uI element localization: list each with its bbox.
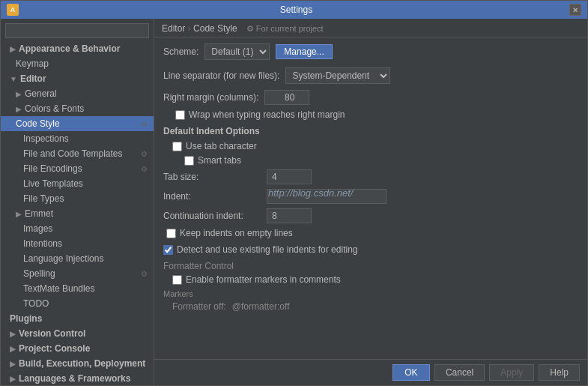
formatter-title: Formatter Control <box>163 261 578 271</box>
keep-indents-row: Keep indents on empty lines <box>163 228 578 238</box>
sidebar-item-live-templates[interactable]: Live Templates <box>1 176 154 191</box>
apply-button[interactable]: Apply <box>489 364 534 381</box>
arrow-icon: ▶ <box>10 330 16 338</box>
scheme-select[interactable]: Default (1) <box>204 43 270 60</box>
settings-dialog: A Settings ✕ ▶ Appearance & Behavior Key… <box>0 0 588 386</box>
sidebar-item-version-control[interactable]: ▶ Version Control <box>1 326 154 341</box>
sidebar-item-label: Language Injections <box>23 253 103 264</box>
sidebar-item-inspections[interactable]: Inspections <box>1 131 154 146</box>
formatter-section: Formatter Control Enable formatter marke… <box>163 261 578 285</box>
panel-body: Scheme: Default (1) Manage... Line separ… <box>154 37 587 359</box>
right-panel: Editor › Code Style ⚙ For current projec… <box>154 19 587 385</box>
sidebar-item-languages-frameworks[interactable]: ▶ Languages & Frameworks <box>1 371 154 385</box>
settings-icon: ⚙ <box>141 270 148 278</box>
search-input[interactable] <box>5 23 149 38</box>
right-margin-row: Right margin (columns): <box>163 90 578 105</box>
wrap-checkbox[interactable] <box>175 110 185 120</box>
line-separator-row: Line separator (for new files): System-D… <box>163 67 578 84</box>
enable-formatter-checkbox[interactable] <box>172 275 182 285</box>
bottom-buttons: OK Cancel Apply Help <box>154 359 587 385</box>
sidebar-item-textmate-bundles[interactable]: TextMate Bundles <box>1 281 154 296</box>
arrow-icon: ▶ <box>16 210 22 218</box>
sidebar-item-spelling[interactable]: Spelling ⚙ <box>1 266 154 281</box>
sidebar-item-label: Keymap <box>16 58 49 69</box>
sidebar-item-plugins[interactable]: Plugins <box>1 311 154 326</box>
app-icon: A <box>7 4 19 16</box>
continuation-input[interactable] <box>267 208 312 223</box>
use-tab-label: Use tab character <box>186 141 257 151</box>
sidebar-item-label: Appearance & Behavior <box>19 43 120 54</box>
sidebar-item-images[interactable]: Images <box>1 221 154 236</box>
default-indent-title: Default Indent Options <box>163 126 578 136</box>
for-project-label: ⚙ For current project <box>246 24 324 34</box>
arrow-icon: ▶ <box>10 345 16 353</box>
sidebar-item-editor[interactable]: ▼ Editor <box>1 71 154 86</box>
sidebar-item-label: Emmet <box>25 208 53 219</box>
sidebar-item-project-console[interactable]: ▶ Project: Console <box>1 341 154 356</box>
arrow-icon: ▶ <box>10 375 16 383</box>
sidebar-item-label: TextMate Bundles <box>23 283 94 294</box>
sidebar-item-colors-fonts[interactable]: ▶ Colors & Fonts <box>1 101 154 116</box>
sidebar-item-appearance[interactable]: ▶ Appearance & Behavior <box>1 41 154 56</box>
enable-formatter-row: Enable formatter markers in comments <box>163 274 578 285</box>
detect-row: Detect and use existing file indents for… <box>163 244 578 255</box>
indent-label: Indent: <box>163 191 261 202</box>
close-button[interactable]: ✕ <box>569 4 581 16</box>
sidebar-item-build-exec-deploy[interactable]: ▶ Build, Execution, Deployment <box>1 356 154 371</box>
sidebar-item-label: Languages & Frameworks <box>19 373 130 384</box>
manage-button[interactable]: Manage... <box>276 44 332 59</box>
breadcrumb-sep: › <box>188 23 193 34</box>
enable-formatter-label: Enable formatter markers in comments <box>186 274 341 285</box>
scheme-row: Scheme: Default (1) Manage... <box>163 43 578 60</box>
arrow-icon: ▶ <box>10 360 16 368</box>
indent-input[interactable] <box>267 189 387 204</box>
sidebar-item-file-encodings[interactable]: File Encodings ⚙ <box>1 161 154 176</box>
detect-checkbox[interactable] <box>163 245 173 255</box>
tab-size-label: Tab size: <box>163 172 261 182</box>
sidebar-item-label: File and Code Templates <box>23 148 123 159</box>
sidebar-item-emmet[interactable]: ▶ Emmet <box>1 206 154 221</box>
use-tab-checkbox[interactable] <box>172 142 182 151</box>
keep-indents-checkbox[interactable] <box>166 229 176 238</box>
wrap-row: Wrap when typing reaches right margin <box>163 109 578 120</box>
markers-section: Markers Formatter off: @formatter:off <box>163 289 578 312</box>
sidebar-item-label: Code Style <box>16 118 60 129</box>
sidebar-item-code-style[interactable]: Code Style ⚙ <box>1 116 154 131</box>
sidebar-item-file-types[interactable]: File Types <box>1 191 154 206</box>
right-margin-input[interactable] <box>264 90 309 105</box>
arrow-icon: ▼ <box>10 75 17 83</box>
settings-icon: ⚙ <box>141 165 148 173</box>
formatter-off-value: @formatter:off <box>232 301 290 312</box>
main-content: ▶ Appearance & Behavior Keymap ▼ Editor … <box>1 19 587 385</box>
sidebar-item-file-and-code[interactable]: File and Code Templates ⚙ <box>1 146 154 161</box>
indent-row: Indent: http://blog.csdn.net/ <box>163 189 578 204</box>
breadcrumb: Editor › Code Style <box>162 23 237 34</box>
ok-button[interactable]: OK <box>392 364 430 381</box>
line-separator-select[interactable]: System-Dependent <box>285 67 390 84</box>
sidebar-item-intentions[interactable]: Intentions <box>1 236 154 251</box>
smart-tabs-checkbox[interactable] <box>184 156 194 166</box>
settings-icon: ⚙ <box>141 120 148 128</box>
settings-icon: ⚙ <box>141 150 148 158</box>
sidebar-item-general[interactable]: ▶ General <box>1 86 154 101</box>
sidebar-item-todo[interactable]: TODO <box>1 296 154 311</box>
sidebar-item-label: Images <box>23 223 52 234</box>
cancel-button[interactable]: Cancel <box>434 364 485 381</box>
panel-header: Editor › Code Style ⚙ For current projec… <box>154 19 587 37</box>
tab-size-input[interactable] <box>267 169 312 184</box>
sidebar-item-keymap[interactable]: Keymap <box>1 56 154 71</box>
breadcrumb-section: Code Style <box>193 23 237 34</box>
sidebar-item-label: General <box>25 88 57 99</box>
markers-row: Formatter off: @formatter:off <box>163 301 578 312</box>
arrow-icon: ▶ <box>16 105 22 113</box>
help-button[interactable]: Help <box>539 364 580 381</box>
sidebar-item-language-injections[interactable]: Language Injections <box>1 251 154 266</box>
sidebar-item-label: Version Control <box>19 328 85 339</box>
sidebar-item-label: File Types <box>23 193 64 204</box>
line-separator-label: Line separator (for new files): <box>163 70 279 81</box>
sidebar-item-label: TODO <box>23 298 49 309</box>
use-tab-row: Use tab character <box>169 141 578 151</box>
continuation-label: Continuation indent: <box>163 211 261 221</box>
formatter-off-key: Formatter off: <box>172 301 226 312</box>
sidebar-item-label: Plugins <box>10 313 42 324</box>
